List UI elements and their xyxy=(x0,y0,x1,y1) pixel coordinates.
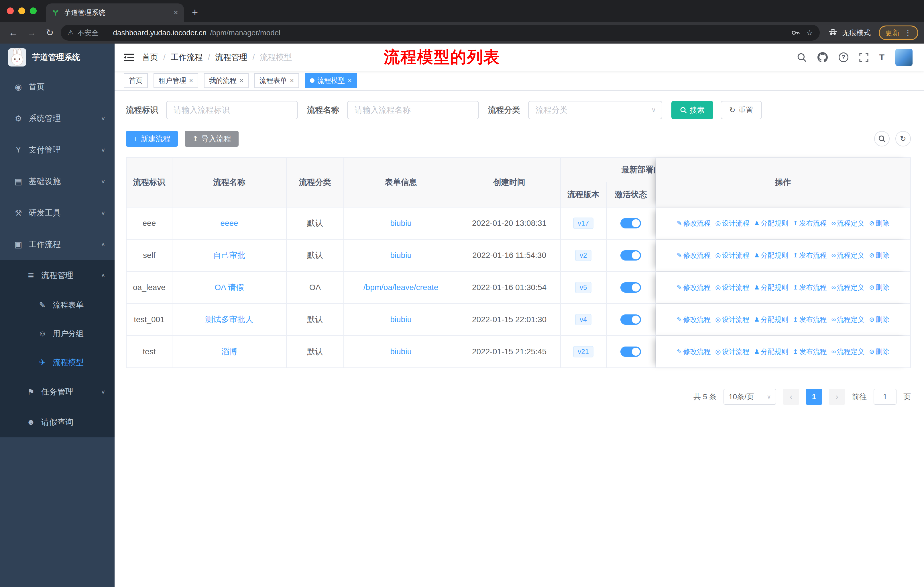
action-publish[interactable]: ↥发布流程 xyxy=(793,251,827,260)
sidebar-collapse-button[interactable] xyxy=(115,53,142,62)
current-page[interactable]: 1 xyxy=(806,389,822,405)
sidebar-item-workflow[interactable]: ▣ 工作流程 ∧ xyxy=(0,229,115,260)
action-delete[interactable]: ⊘删除 xyxy=(869,283,889,292)
category-select[interactable]: 流程分类 ∨ xyxy=(528,101,662,119)
action-design[interactable]: ◎设计流程 xyxy=(715,251,749,260)
window-close-button[interactable] xyxy=(7,7,14,14)
breadcrumb-item[interactable]: 工作流程 xyxy=(171,52,203,63)
action-publish[interactable]: ↥发布流程 xyxy=(793,219,827,228)
tag-process-form[interactable]: 流程表单 × xyxy=(254,73,299,88)
sidebar-item-process-management[interactable]: ≣ 流程管理 ∧ xyxy=(0,260,115,291)
form-info-link[interactable]: biubiu xyxy=(390,347,412,356)
action-definition[interactable]: ∞流程定义 xyxy=(832,347,865,356)
action-assign[interactable]: ♟分配规则 xyxy=(754,315,788,324)
process-name-link[interactable]: 测试多审批人 xyxy=(205,314,253,325)
page-size-select[interactable]: 10条/页 ∨ xyxy=(723,389,776,405)
search-button[interactable]: 搜索 xyxy=(672,101,713,119)
forward-button[interactable]: → xyxy=(24,28,39,38)
address-bar[interactable]: ⚠ 不安全 dashboard.yudao.iocoder.cn /bpm/ma… xyxy=(61,25,820,41)
form-info-link[interactable]: biubiu xyxy=(390,315,412,324)
sidebar-item-task-management[interactable]: ⚑ 任务管理 ∨ xyxy=(0,377,115,407)
reset-button[interactable]: ↻ 重置 xyxy=(721,101,762,119)
active-toggle[interactable] xyxy=(620,314,641,325)
action-assign[interactable]: ♟分配规则 xyxy=(754,283,788,292)
font-size-icon[interactable]: T xyxy=(879,53,884,62)
action-delete[interactable]: ⊘删除 xyxy=(869,315,889,324)
window-zoom-button[interactable] xyxy=(30,7,37,14)
action-modify[interactable]: ✎修改流程 xyxy=(677,251,711,260)
sidebar-item-process-form[interactable]: ✎ 流程表单 xyxy=(0,291,115,319)
password-key-icon[interactable] xyxy=(791,28,800,37)
action-definition[interactable]: ∞流程定义 xyxy=(832,219,865,228)
action-design[interactable]: ◎设计流程 xyxy=(715,283,749,292)
active-toggle[interactable] xyxy=(620,347,641,357)
process-name-link[interactable]: 滔博 xyxy=(221,346,237,357)
toggle-search-button[interactable] xyxy=(874,131,889,147)
sidebar-item-infrastructure[interactable]: ▤ 基础设施 ∨ xyxy=(0,166,115,197)
form-info-link[interactable]: biubiu xyxy=(390,219,412,228)
action-publish[interactable]: ↥发布流程 xyxy=(793,347,827,356)
active-toggle[interactable] xyxy=(620,218,641,228)
action-delete[interactable]: ⊘删除 xyxy=(869,347,889,356)
browser-update-button[interactable]: 更新 ⋮ xyxy=(879,25,918,40)
help-icon[interactable]: ? xyxy=(839,53,848,62)
browser-menu-icon[interactable]: ⋮ xyxy=(904,28,912,37)
action-publish[interactable]: ↥发布流程 xyxy=(793,315,827,324)
sidebar-item-leave-query[interactable]: ☻ 请假查询 xyxy=(0,407,115,437)
action-assign[interactable]: ♟分配规则 xyxy=(754,251,788,260)
refresh-table-button[interactable]: ↻ xyxy=(895,131,911,147)
action-definition[interactable]: ∞流程定义 xyxy=(832,283,865,292)
process-id-input[interactable] xyxy=(166,101,298,119)
github-icon[interactable] xyxy=(817,52,828,63)
action-assign[interactable]: ♟分配规则 xyxy=(754,347,788,356)
action-modify[interactable]: ✎修改流程 xyxy=(677,219,711,228)
action-delete[interactable]: ⊘删除 xyxy=(869,219,889,228)
process-name-input[interactable] xyxy=(347,101,479,119)
sidebar-item-user-group[interactable]: ☺ 用户分组 xyxy=(0,319,115,348)
tab-close-icon[interactable]: × xyxy=(173,8,178,17)
breadcrumb-item[interactable]: 流程管理 xyxy=(215,52,248,63)
process-name-link[interactable]: OA 请假 xyxy=(214,282,244,293)
tag-close-icon[interactable]: × xyxy=(189,76,193,84)
tag-close-icon[interactable]: × xyxy=(239,76,243,84)
fullscreen-icon[interactable] xyxy=(859,53,868,62)
action-modify[interactable]: ✎修改流程 xyxy=(677,283,711,292)
form-info-link[interactable]: /bpm/oa/leave/create xyxy=(363,283,439,292)
action-definition[interactable]: ∞流程定义 xyxy=(832,315,865,324)
action-publish[interactable]: ↥发布流程 xyxy=(793,283,827,292)
sidebar-item-home[interactable]: ◉ 首页 xyxy=(0,71,115,103)
tag-home[interactable]: 首页 xyxy=(124,73,148,88)
window-minimize-button[interactable] xyxy=(18,7,25,14)
action-design[interactable]: ◎设计流程 xyxy=(715,347,749,356)
sidebar-item-process-model[interactable]: ✈ 流程模型 xyxy=(0,348,115,377)
breadcrumb-item[interactable]: 首页 xyxy=(142,52,158,63)
back-button[interactable]: ← xyxy=(6,28,21,38)
create-process-button[interactable]: + 新建流程 xyxy=(126,131,178,147)
process-name-link[interactable]: eeee xyxy=(220,219,238,228)
tag-process-model[interactable]: 流程模型 × xyxy=(305,73,357,88)
bookmark-star-icon[interactable]: ☆ xyxy=(807,29,813,37)
process-name-link[interactable]: 自己审批 xyxy=(213,250,245,261)
action-delete[interactable]: ⊘删除 xyxy=(869,251,889,260)
sidebar-item-devtools[interactable]: ⚒ 研发工具 ∨ xyxy=(0,197,115,229)
new-tab-button[interactable]: + xyxy=(192,6,198,18)
action-modify[interactable]: ✎修改流程 xyxy=(677,347,711,356)
tag-my-process[interactable]: 我的流程 × xyxy=(204,73,249,88)
form-info-link[interactable]: biubiu xyxy=(390,251,412,260)
sidebar-item-payment[interactable]: ¥ 支付管理 ∨ xyxy=(0,134,115,166)
header-search-icon[interactable] xyxy=(797,53,807,62)
action-definition[interactable]: ∞流程定义 xyxy=(832,251,865,260)
prev-page-button[interactable]: ‹ xyxy=(783,389,799,405)
tag-close-icon[interactable]: × xyxy=(290,76,294,84)
import-process-button[interactable]: ↥ 导入流程 xyxy=(185,131,239,147)
active-toggle[interactable] xyxy=(620,250,641,261)
action-modify[interactable]: ✎修改流程 xyxy=(677,315,711,324)
tag-close-icon[interactable]: × xyxy=(348,76,352,84)
sidebar-item-system[interactable]: ⚙ 系统管理 ∨ xyxy=(0,103,115,134)
action-assign[interactable]: ♟分配规则 xyxy=(754,219,788,228)
reload-button[interactable]: ↻ xyxy=(42,27,57,38)
action-design[interactable]: ◎设计流程 xyxy=(715,315,749,324)
next-page-button[interactable]: › xyxy=(829,389,845,405)
tag-tenant[interactable]: 租户管理 × xyxy=(153,73,198,88)
user-avatar[interactable] xyxy=(895,49,912,66)
